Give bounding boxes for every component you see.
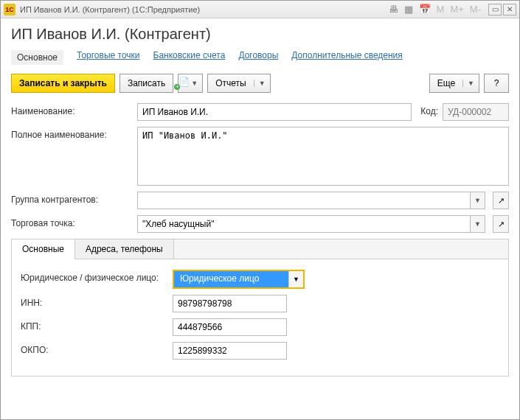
window-title: ИП Иванов И.И. (Контрагент) (1С:Предприя… [20,5,389,14]
save-button[interactable]: Записать [119,74,173,93]
person-type-select[interactable]: Юридическое лицо ▼ [173,270,305,289]
title-icons: 🖶 ▦ 📅 M M+ M- [389,4,481,15]
chevron-down-icon[interactable]: ▼ [471,192,485,209]
tab-addresses[interactable]: Адреса, телефоны [75,239,174,259]
outlet-label: Торговая точка: [11,215,133,228]
print-icon[interactable]: 🖶 [389,4,398,15]
nav-contracts[interactable]: Договоры [238,50,278,65]
code-label: Код: [420,103,438,116]
open-external-button[interactable]: ↗ [493,215,509,233]
chevron-down-icon[interactable]: ▼ [288,271,303,287]
inn-input[interactable] [173,295,287,312]
fullname-input[interactable]: ИП "Иванов И.И." [137,127,509,186]
name-input[interactable] [137,103,412,121]
more-button[interactable]: Еще ▼ [429,74,479,93]
group-select[interactable] [137,192,471,209]
fullname-label: Полное наименование: [11,127,133,140]
help-button[interactable]: ? [484,74,509,93]
chevron-down-icon: ▼ [254,80,270,87]
app-window: 1C ИП Иванов И.И. (Контрагент) (1С:Предп… [0,0,520,420]
chevron-down-icon[interactable]: ▼ [471,215,485,233]
close-button[interactable]: ✕ [503,4,516,15]
titlebar: 1C ИП Иванов И.И. (Контрагент) (1С:Предп… [1,1,519,18]
open-external-button[interactable]: ↗ [493,192,509,209]
nav-outlets[interactable]: Торговые точки [77,50,140,65]
m-icon[interactable]: M [437,4,445,15]
nav-links: Основное Торговые точки Банковские счета… [11,50,509,65]
person-type-label: Юридическое / физическое лицо: [21,270,168,283]
outlet-select[interactable] [137,215,471,233]
okpo-input[interactable] [173,342,287,360]
create-based-on-button[interactable]: ▼ [178,74,203,93]
person-type-value: Юридическое лицо [174,271,288,287]
m-minus-icon[interactable]: M- [470,4,481,15]
toolbar: Записать и закрыть Записать ▼ Отчеты ▼ Е… [11,74,509,93]
nav-main[interactable]: Основное [11,50,63,65]
save-close-button[interactable]: Записать и закрыть [11,74,115,93]
page-title: ИП Иванов И.И. (Контрагент) [11,26,509,43]
tab-main[interactable]: Основные [12,239,75,259]
m-plus-icon[interactable]: M+ [450,4,463,15]
reports-button[interactable]: Отчеты ▼ [207,74,270,93]
inn-label: ИНН: [21,295,168,308]
kpp-input[interactable] [173,318,287,336]
nav-extra[interactable]: Дополнительные сведения [291,50,402,65]
chevron-down-icon: ▼ [462,80,479,87]
code-input [443,103,509,121]
content: ИП Иванов И.И. (Контрагент) Основное Тор… [1,18,519,419]
kpp-label: КПП: [21,318,168,332]
nav-accounts[interactable]: Банковские счета [153,50,226,65]
minimize-button[interactable]: ▭ [488,4,502,15]
grid-icon[interactable]: ▦ [404,4,413,15]
app-logo-icon: 1C [4,4,15,15]
detail-tabs: Основные Адреса, телефоны Юридическое / … [11,239,509,377]
okpo-label: ОКПО: [21,342,168,355]
calendar-icon[interactable]: 📅 [419,4,431,15]
group-label: Группа контрагентов: [11,192,133,205]
name-label: Наименование: [11,103,133,116]
